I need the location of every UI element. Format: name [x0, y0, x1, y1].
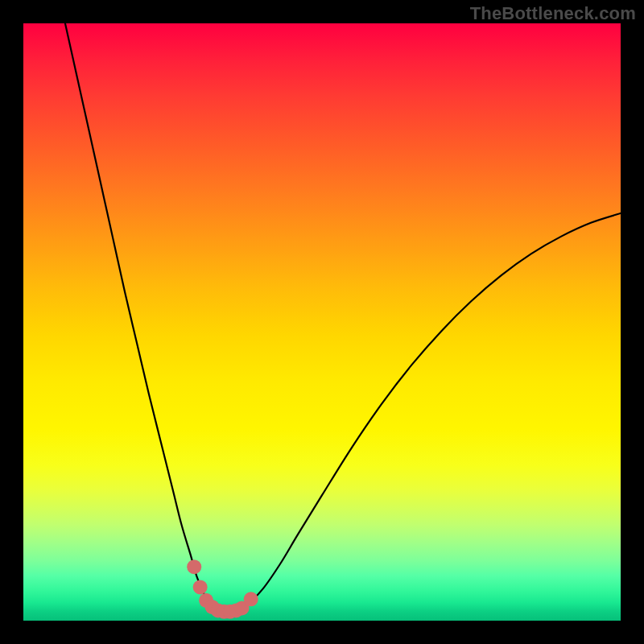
bottleneck-curve-path [65, 23, 621, 612]
watermark-text: TheBottleneck.com [470, 3, 636, 24]
marker-cluster-group [187, 559, 258, 619]
marker-point [193, 580, 208, 594]
marker-point [244, 592, 258, 606]
chart-frame: TheBottleneck.com [0, 0, 644, 644]
plot-area [23, 23, 621, 621]
marker-point [187, 559, 201, 574]
chart-svg [23, 23, 621, 621]
curve-group [65, 23, 621, 612]
